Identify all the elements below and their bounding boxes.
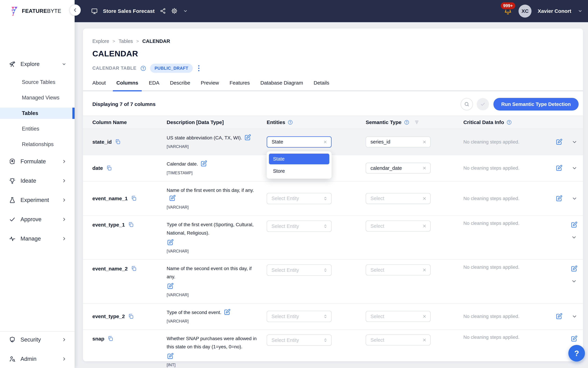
share-button[interactable] (160, 8, 166, 15)
clear-semantic-type-button[interactable] (422, 224, 427, 229)
help-fab-button[interactable]: ? (568, 345, 585, 361)
breadcrumb-item[interactable]: Tables (119, 38, 133, 44)
clear-semantic-type-button[interactable] (422, 314, 427, 319)
clear-entity-button[interactable] (323, 139, 328, 144)
clear-semantic-type-button[interactable] (422, 267, 427, 272)
activity-icon (9, 235, 16, 242)
edit-critical-data-button[interactable] (555, 165, 562, 172)
edit-critical-data-button[interactable] (555, 195, 562, 202)
copy-column-name-button[interactable] (128, 221, 134, 228)
expand-row-button[interactable] (571, 195, 578, 202)
edit-critical-data-button[interactable] (570, 221, 578, 229)
clear-semantic-type-button[interactable] (422, 196, 427, 201)
edit-description-button[interactable] (169, 195, 176, 202)
sidebar-item-manage[interactable]: Manage (0, 232, 75, 245)
semantic-type-select[interactable]: series_id (366, 137, 431, 147)
clear-semantic-type-button[interactable] (422, 166, 427, 171)
search-button[interactable] (461, 98, 473, 110)
brand-logo[interactable]: FEATUREBYTE (0, 0, 75, 22)
copy-column-name-button[interactable] (128, 313, 134, 320)
select-spinner-icon[interactable] (323, 313, 328, 319)
notifications-button[interactable]: 999+ (503, 7, 512, 16)
tab-columns[interactable]: Columns (113, 80, 142, 90)
semantic-type-select[interactable]: Select (366, 265, 431, 276)
entity-select[interactable]: Select Entity (267, 311, 331, 322)
sidebar-item-explore[interactable]: Explore (0, 58, 75, 70)
tab-about[interactable]: About (89, 80, 109, 90)
expand-row-button[interactable] (571, 278, 577, 284)
edit-description-button[interactable] (167, 239, 174, 247)
tab-features[interactable]: Features (226, 80, 253, 90)
sidebar-item-source-tables[interactable]: Source Tables (0, 76, 75, 88)
sidebar-item-formulate[interactable]: Formulate (0, 155, 75, 168)
expand-row-button[interactable] (571, 139, 578, 145)
expand-row-button[interactable] (571, 165, 578, 171)
help-circle-icon[interactable] (140, 65, 146, 71)
semantic-type-select[interactable]: Select (366, 193, 431, 204)
edit-description-button[interactable] (244, 134, 251, 142)
entity-select[interactable]: State (267, 136, 331, 147)
expand-row-button[interactable] (571, 313, 578, 320)
workspace-menu-button[interactable] (183, 8, 188, 14)
copy-column-name-button[interactable] (107, 336, 113, 342)
edit-critical-data-button[interactable] (570, 265, 578, 272)
sidebar-item-tables[interactable]: Tables (0, 108, 75, 119)
copy-column-name-button[interactable] (115, 139, 121, 145)
run-semantic-type-detection-button[interactable]: Run Semantic Type Detection (493, 98, 579, 110)
semantic-type-select[interactable]: Select (366, 311, 431, 322)
edit-description-button[interactable] (200, 160, 207, 168)
select-spinner-icon[interactable] (323, 337, 328, 343)
tab-describe[interactable]: Describe (167, 80, 193, 90)
entity-select[interactable]: Select Entity (267, 334, 331, 346)
sidebar-item-managed-views[interactable]: Managed Views (0, 92, 75, 103)
user-menu-button[interactable] (577, 8, 583, 14)
entity-select[interactable]: Select Entity (267, 193, 331, 204)
sidebar-item-approve[interactable]: Approve (0, 213, 75, 226)
help-circle-icon[interactable] (404, 120, 410, 125)
filter-icon[interactable] (414, 120, 419, 125)
select-spinner-icon[interactable] (323, 196, 328, 202)
sidebar-collapse-button[interactable] (70, 4, 81, 16)
sidebar-item-admin[interactable]: Admin (0, 353, 75, 365)
tab-database-diagram[interactable]: Database Diagram (257, 80, 306, 90)
clear-semantic-type-button[interactable] (422, 139, 427, 144)
copy-column-name-button[interactable] (131, 266, 137, 272)
sidebar-item-ideate[interactable]: Ideate (0, 175, 75, 187)
tab-eda[interactable]: EDA (145, 80, 163, 90)
edit-description-button[interactable] (167, 283, 174, 290)
entity-select[interactable]: Select Entity (267, 265, 331, 276)
entity-option-state[interactable]: State (269, 154, 329, 164)
tab-details[interactable]: Details (310, 80, 333, 90)
clear-semantic-type-button[interactable] (422, 338, 427, 342)
edit-critical-data-button[interactable] (555, 138, 562, 146)
avatar[interactable]: XC (518, 5, 532, 18)
sidebar-item-relationships[interactable]: Relationships (0, 139, 75, 150)
select-spinner-icon[interactable] (323, 223, 328, 229)
select-spinner-icon[interactable] (323, 267, 328, 273)
breadcrumb-item[interactable]: Explore (92, 38, 109, 44)
copy-column-name-button[interactable] (131, 195, 137, 202)
sidebar-item-entities[interactable]: Entities (0, 123, 75, 134)
help-circle-icon[interactable] (287, 120, 293, 125)
copy-icon (131, 195, 137, 201)
entity-option-store[interactable]: Store (269, 166, 329, 176)
copy-column-name-button[interactable] (106, 165, 112, 171)
help-circle-icon[interactable] (506, 120, 512, 125)
tab-preview[interactable]: Preview (197, 80, 223, 90)
semantic-type-select[interactable]: calendar_date (366, 163, 431, 174)
sidebar-item-experiment[interactable]: Experiment (0, 194, 75, 206)
entity-select[interactable]: Select Entity (267, 221, 331, 232)
edit-description-button[interactable] (167, 353, 174, 360)
table-actions-menu-button[interactable] (196, 64, 201, 72)
edit-description-button[interactable] (223, 309, 231, 316)
breadcrumb-item[interactable]: CALENDAR (143, 38, 170, 44)
sidebar-item-security[interactable]: Security (0, 333, 75, 346)
expand-row-button[interactable] (571, 234, 577, 240)
semantic-type-select[interactable]: Select (366, 334, 431, 345)
semantic-type-select[interactable]: Select (366, 221, 431, 231)
edit-critical-data-button[interactable] (555, 313, 562, 320)
edit-critical-data-button[interactable] (570, 335, 578, 342)
apply-button[interactable] (477, 98, 489, 110)
settings-button[interactable] (171, 8, 178, 15)
copy-icon (107, 336, 113, 341)
